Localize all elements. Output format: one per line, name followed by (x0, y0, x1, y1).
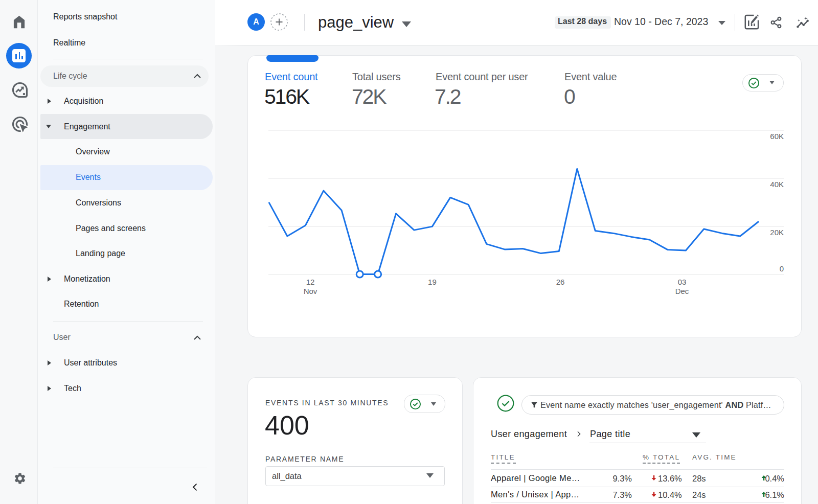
svg-text:03: 03 (678, 278, 687, 286)
svg-text:Dec: Dec (675, 287, 689, 295)
svg-text:Nov: Nov (304, 287, 317, 295)
svg-text:26: 26 (556, 278, 565, 286)
svg-text:60K: 60K (770, 132, 784, 141)
svg-text:40K: 40K (770, 180, 784, 189)
svg-text:20K: 20K (770, 228, 784, 237)
svg-text:19: 19 (428, 278, 437, 286)
svg-text:0: 0 (780, 264, 784, 273)
svg-text:12: 12 (306, 278, 315, 286)
